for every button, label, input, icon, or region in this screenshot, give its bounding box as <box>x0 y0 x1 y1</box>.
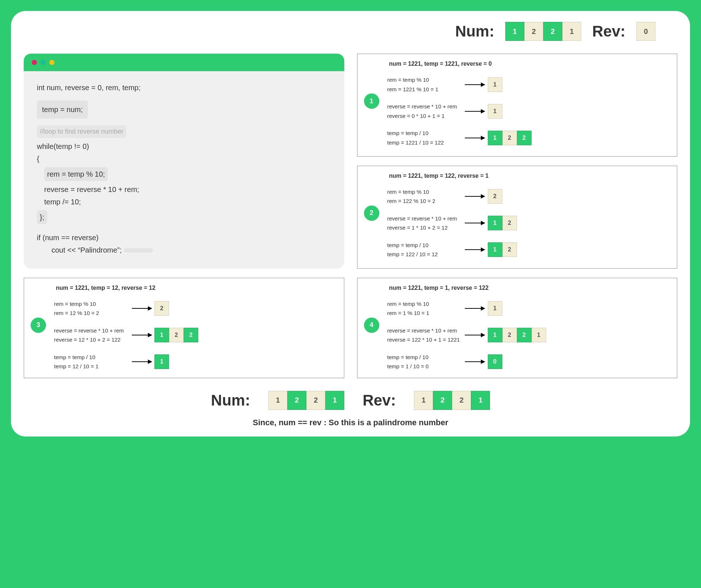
digit-cell: 1 <box>488 131 502 145</box>
step-box-3: 3num = 1221, temp = 12, reverse = 12rem … <box>24 278 344 378</box>
digit-cell: 1 <box>471 391 490 410</box>
rev-digits-bottom: 1221 <box>414 391 490 410</box>
digit-cell: 2 <box>502 216 517 230</box>
code-line: rem = temp % 10; <box>44 167 108 181</box>
step-result: 1 <box>488 77 671 92</box>
step-text: rem = temp % 10rem = 122 % 10 = 2 <box>387 187 462 206</box>
step-text: reverse = reverse * 10 + remreverse = 12… <box>387 326 462 345</box>
step-text: temp = temp / 10temp = 12 / 10 = 1 <box>54 353 129 371</box>
step-row: temp = temp / 10temp = 12 / 10 = 11 <box>54 353 337 371</box>
window-titlebar <box>24 54 344 71</box>
arrow-icon <box>462 223 488 223</box>
digit-cell: 0 <box>488 354 502 369</box>
step-row: temp = temp / 10temp = 1221 / 10 = 12212… <box>387 128 671 147</box>
code-line: while(temp != 0) <box>37 140 333 153</box>
step-text: temp = temp / 10temp = 1 / 10 = 0 <box>387 353 462 371</box>
arrow-icon <box>462 84 488 85</box>
step-header: num = 1221, temp = 1221, reverse = 0 <box>387 61 671 67</box>
code-line: { <box>37 153 333 165</box>
digit-cell: 1 <box>488 301 502 316</box>
digit-cell: 2 <box>502 328 517 342</box>
mid-grid: int num, reverse = 0, rem, temp; temp = … <box>24 54 677 378</box>
top-row: Num: 1221 Rev: 0 <box>24 22 677 41</box>
step-row: temp = temp / 10temp = 122 / 10 = 1212 <box>387 241 671 259</box>
step-row: reverse = reverse * 10 + remreverse = 1 … <box>387 214 671 232</box>
step-text: temp = temp / 10temp = 122 / 10 = 12 <box>387 241 462 259</box>
step-result: 1 <box>154 354 337 369</box>
arrow-icon <box>129 335 154 335</box>
step-text: reverse = reverse * 10 + remreverse = 12… <box>54 326 129 345</box>
code-line: if (num == reverse) <box>37 231 333 244</box>
step-badge: 4 <box>364 318 379 333</box>
digit-cell: 2 <box>154 301 169 316</box>
step-badge: 3 <box>31 318 46 333</box>
digit-cell: 1 <box>488 328 502 342</box>
code-comment: //loop to find reverse number <box>37 125 126 138</box>
rev-label-top: Rev: <box>592 23 625 40</box>
step-row: reverse = reverse * 10 + remreverse = 12… <box>54 326 337 345</box>
step-text: temp = temp / 10temp = 1221 / 10 = 122 <box>387 128 462 147</box>
step-result: 1 <box>488 104 671 119</box>
step-result: 1 <box>488 301 671 316</box>
digit-cell: 1 <box>325 391 344 410</box>
digit-cell: 2 <box>169 328 184 342</box>
rev-label-bottom: Rev: <box>363 392 396 409</box>
step-result: 12 <box>488 216 671 230</box>
arrow-icon <box>462 111 488 112</box>
step-result: 2 <box>488 189 671 204</box>
step-result: 1221 <box>488 328 671 342</box>
code-line: temp /= 10; <box>44 196 333 208</box>
step-content: num = 1221, temp = 12, reverse = 12rem =… <box>54 285 337 371</box>
digit-cell: 2 <box>517 131 532 145</box>
num-digits-bottom: 1221 <box>268 391 344 410</box>
step-text: reverse = reverse * 10 + remreverse = 1 … <box>387 214 462 232</box>
digit-cell: 1 <box>154 328 169 342</box>
arrow-icon <box>462 196 488 197</box>
step-text: reverse = reverse * 10 + remreverse = 0 … <box>387 102 462 120</box>
digit-cell: 1 <box>562 22 581 41</box>
digit-cell: 0 <box>636 22 655 41</box>
step-header: num = 1221, temp = 122, reverse = 1 <box>387 173 671 179</box>
num-digits-top: 1221 <box>505 22 581 41</box>
arrow-icon <box>462 361 488 362</box>
step-result: 0 <box>488 354 671 369</box>
arrow-icon <box>462 249 488 250</box>
digit-cell: 2 <box>306 391 325 410</box>
conclusion-text: Since, num == rev : So this is a palindr… <box>24 418 677 427</box>
step-box-2: 2num = 1221, temp = 122, reverse = 1rem … <box>357 166 678 269</box>
close-icon <box>32 60 37 65</box>
digit-cell: 1 <box>488 242 502 257</box>
step-content: num = 1221, temp = 1221, reverse = 0rem … <box>387 61 671 147</box>
arrow-icon <box>129 361 154 362</box>
step-row: reverse = reverse * 10 + remreverse = 12… <box>387 326 671 345</box>
step-result: 122 <box>488 131 671 145</box>
step-result: 2 <box>154 301 337 316</box>
step-text: rem = temp % 10rem = 1221 % 10 = 1 <box>387 75 462 94</box>
digit-cell: 1 <box>154 354 169 369</box>
code-highlight-bar <box>124 248 153 253</box>
step-row: rem = temp % 10rem = 1 % 10 = 11 <box>387 299 671 318</box>
arrow-icon <box>462 308 488 309</box>
step-row: rem = temp % 10rem = 1221 % 10 = 11 <box>387 75 671 94</box>
code-body: int num, reverse = 0, rem, temp; temp = … <box>24 71 344 269</box>
step-badge: 1 <box>364 93 379 109</box>
maximize-icon <box>49 60 54 65</box>
digit-cell: 2 <box>502 131 517 145</box>
step-content: num = 1221, temp = 1, reverse = 122rem =… <box>387 285 671 371</box>
digit-cell: 2 <box>543 22 562 41</box>
step-result: 122 <box>154 328 337 342</box>
digit-cell: 2 <box>452 391 471 410</box>
digit-cell: 2 <box>184 328 198 342</box>
step-text: rem = temp % 10rem = 12 % 10 = 2 <box>54 299 129 318</box>
arrow-icon <box>129 308 154 309</box>
rev-digits-top: 0 <box>636 22 655 41</box>
digit-cell: 2 <box>502 242 517 257</box>
step-header: num = 1221, temp = 12, reverse = 12 <box>54 285 337 291</box>
code-line: int num, reverse = 0, rem, temp; <box>37 81 333 94</box>
minimize-icon <box>41 60 46 65</box>
code-highlight: temp = num; <box>37 100 88 119</box>
step-box-1: 1num = 1221, temp = 1221, reverse = 0rem… <box>357 54 678 157</box>
digit-cell: 1 <box>488 77 502 92</box>
digit-cell: 1 <box>532 328 546 342</box>
step-row: rem = temp % 10rem = 12 % 10 = 22 <box>54 299 337 318</box>
